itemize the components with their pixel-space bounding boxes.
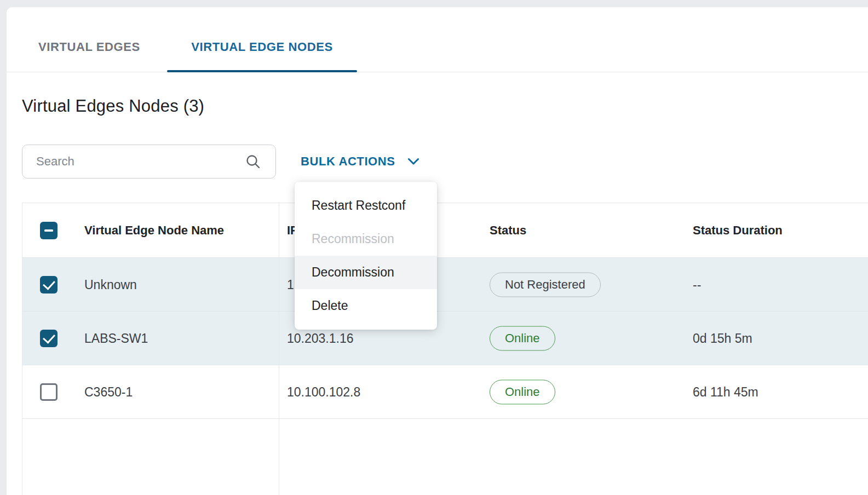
status-badge: Online bbox=[490, 326, 555, 350]
status-duration: 6d 11h 45m bbox=[693, 384, 758, 399]
status-duration: 0d 15h 5m bbox=[693, 331, 752, 346]
chevron-down-icon bbox=[407, 158, 419, 165]
nodes-table: Virtual Edge Node Name IP Address Status… bbox=[22, 203, 868, 495]
status-duration: -- bbox=[693, 277, 701, 292]
table-row-labs-sw1[interactable]: LABS-SW1 10.203.1.16 Online 0d 15h 5m bbox=[22, 312, 868, 365]
content-card: VIRTUAL EDGES VIRTUAL EDGE NODES Virtual… bbox=[7, 7, 868, 495]
column-header-status: Status bbox=[490, 223, 526, 238]
column-header-name: Virtual Edge Node Name bbox=[84, 223, 224, 238]
row-checkbox[interactable] bbox=[40, 276, 58, 293]
active-tab-indicator bbox=[167, 70, 357, 72]
status-badge: Not Registered bbox=[490, 272, 601, 297]
bulk-actions-menu: Restart Restconf Recommission Decommissi… bbox=[295, 182, 437, 330]
tab-label: VIRTUAL EDGE NODES bbox=[191, 40, 333, 54]
column-header-status-duration: Status Duration bbox=[693, 223, 783, 238]
table-row-unknown[interactable]: Unknown 1 Not Registered -- bbox=[22, 258, 868, 312]
table-header-row: Virtual Edge Node Name IP Address Status… bbox=[22, 203, 868, 258]
search-box[interactable] bbox=[22, 145, 276, 179]
search-input[interactable] bbox=[22, 154, 245, 169]
menu-item-restart-restconf[interactable]: Restart Restconf bbox=[295, 189, 437, 222]
column-divider bbox=[279, 203, 279, 495]
menu-item-delete[interactable]: Delete bbox=[295, 289, 437, 323]
node-ip: 10.203.1.16 bbox=[287, 331, 354, 346]
node-name: LABS-SW1 bbox=[84, 331, 148, 346]
row-checkbox[interactable] bbox=[40, 330, 58, 347]
page-title: Virtual Edges Nodes (3) bbox=[22, 96, 204, 116]
node-name: Unknown bbox=[84, 277, 137, 292]
status-badge: Online bbox=[490, 379, 555, 404]
node-ip: 10.100.102.8 bbox=[287, 384, 360, 399]
tab-bar: VIRTUAL EDGES VIRTUAL EDGE NODES bbox=[7, 7, 868, 72]
menu-item-recommission: Recommission bbox=[295, 222, 437, 256]
node-name: C3650-1 bbox=[84, 384, 133, 399]
search-icon bbox=[245, 153, 261, 170]
select-all-checkbox[interactable] bbox=[40, 222, 58, 239]
row-checkbox[interactable] bbox=[40, 383, 58, 401]
node-ip: 1 bbox=[287, 277, 294, 292]
bulk-actions-label: BULK ACTIONS bbox=[301, 154, 395, 169]
bulk-actions-button[interactable]: BULK ACTIONS bbox=[301, 152, 419, 171]
tab-virtual-edge-nodes[interactable]: VIRTUAL EDGE NODES bbox=[167, 7, 357, 72]
table-row-c3650-1[interactable]: C3650-1 10.100.102.8 Online 6d 11h 45m bbox=[22, 365, 868, 419]
tab-virtual-edges[interactable]: VIRTUAL EDGES bbox=[38, 7, 140, 72]
menu-item-decommission[interactable]: Decommission bbox=[295, 256, 437, 289]
